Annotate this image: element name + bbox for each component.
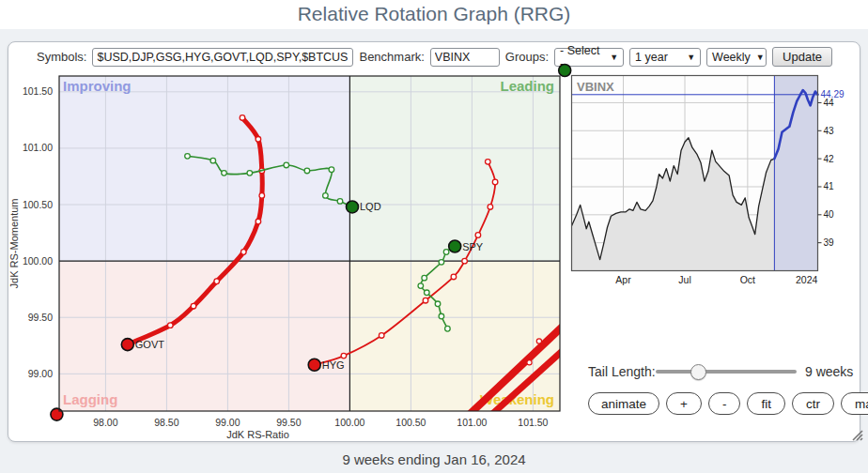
tail-length-slider-thumb[interactable] bbox=[690, 364, 706, 380]
frequency-select[interactable]: Weekly ▼ bbox=[706, 48, 767, 67]
svg-text:101.50: 101.50 bbox=[518, 417, 548, 428]
rrg-symbol-label-HYG: HYG bbox=[322, 359, 345, 371]
svg-text:2024: 2024 bbox=[796, 274, 818, 285]
quadrant-label-lagging: Lagging bbox=[63, 391, 117, 407]
rrg-app-panel: Symbols: Benchmark: Groups: - Select - ▼… bbox=[8, 41, 860, 442]
rrg-symbol-HYG[interactable] bbox=[308, 359, 320, 371]
chevron-down-icon: ▼ bbox=[756, 53, 765, 62]
svg-text:99.50: 99.50 bbox=[28, 312, 53, 323]
symbols-input[interactable] bbox=[92, 48, 353, 67]
benchmark-input[interactable] bbox=[430, 48, 500, 67]
groups-select[interactable]: - Select - ▼ bbox=[554, 48, 624, 67]
toolbar: Symbols: Benchmark: Groups: - Select - ▼… bbox=[37, 47, 832, 67]
svg-text:Jul: Jul bbox=[678, 274, 690, 285]
svg-text:99.50: 99.50 bbox=[276, 417, 301, 428]
svg-text:98.00: 98.00 bbox=[93, 417, 117, 428]
frequency-select-value: Weekly bbox=[712, 51, 751, 64]
rrg-symbol-SPY[interactable] bbox=[449, 240, 461, 252]
rrg-symbol-LQD[interactable] bbox=[347, 201, 359, 213]
quadrant-leading bbox=[349, 76, 560, 261]
rrg-symbol-label-LQD: LQD bbox=[360, 201, 381, 212]
chevron-down-icon: ▼ bbox=[610, 53, 618, 62]
quadrant-label-leading: Leading bbox=[500, 78, 554, 94]
rrg-symbol-label-SPY: SPY bbox=[462, 241, 484, 252]
quadrant-label-improving: Improving bbox=[63, 78, 132, 94]
svg-text:100.50: 100.50 bbox=[395, 417, 426, 428]
svg-text:100.00: 100.00 bbox=[334, 417, 364, 428]
button-max[interactable]: max bbox=[841, 392, 868, 415]
button-fit[interactable]: fit bbox=[747, 392, 785, 415]
x-axis-title: JdK RS-Ratio bbox=[226, 429, 289, 440]
svg-text:43: 43 bbox=[824, 126, 835, 136]
y-axis-title: JdK RS-Momentum bbox=[8, 199, 20, 289]
resize-handle-icon[interactable] bbox=[847, 427, 864, 442]
button-zoom-out[interactable]: - bbox=[708, 392, 741, 415]
minichart-title: VBINX bbox=[577, 80, 614, 94]
tail-length-value: 9 weeks bbox=[805, 364, 853, 379]
tail-length-slider[interactable] bbox=[656, 370, 797, 374]
symbols-label: Symbols: bbox=[37, 50, 86, 64]
svg-text:41: 41 bbox=[824, 181, 835, 191]
period-select[interactable]: 1 year ▼ bbox=[629, 48, 701, 67]
rrg-chart[interactable]: ImprovingLeadingLaggingWeakeningGOVTHYGL… bbox=[8, 67, 577, 444]
svg-text:44: 44 bbox=[824, 98, 835, 108]
rrg-offplot-marker-0[interactable] bbox=[51, 408, 63, 420]
button-zoom-in[interactable]: + bbox=[666, 392, 702, 415]
svg-text:101.00: 101.00 bbox=[457, 417, 487, 428]
svg-text:99.00: 99.00 bbox=[28, 368, 53, 379]
svg-text:Oct: Oct bbox=[740, 274, 755, 285]
quadrant-lagging bbox=[59, 261, 349, 411]
chart-buttons: animate+-fitctrmax bbox=[588, 392, 868, 415]
svg-text:101.50: 101.50 bbox=[23, 85, 53, 97]
svg-text:99.00: 99.00 bbox=[215, 417, 240, 428]
page-title: Relative Rotation Graph (RRG) bbox=[0, 0, 868, 28]
svg-text:40: 40 bbox=[824, 209, 835, 220]
footer-caption: 9 weeks ending Jan 16, 2024 bbox=[0, 451, 868, 467]
rrg-offplot-marker-1[interactable] bbox=[559, 64, 571, 76]
svg-text:100.50: 100.50 bbox=[23, 199, 53, 210]
tail-length-label: Tail Length: bbox=[588, 364, 656, 379]
benchmark-minichart: VBINX44.29394041424344AprJulOct2024 bbox=[571, 75, 855, 295]
chevron-down-icon: ▼ bbox=[687, 53, 695, 62]
svg-text:Apr: Apr bbox=[615, 274, 631, 285]
button-ctr[interactable]: ctr bbox=[792, 392, 834, 415]
rrg-symbol-GOVT[interactable] bbox=[121, 339, 133, 351]
period-select-value: 1 year bbox=[635, 51, 668, 64]
update-button[interactable]: Update bbox=[772, 47, 832, 67]
svg-text:98.50: 98.50 bbox=[154, 417, 178, 428]
button-animate[interactable]: animate bbox=[588, 392, 659, 415]
svg-text:101.00: 101.00 bbox=[23, 142, 53, 153]
svg-text:39: 39 bbox=[824, 237, 835, 248]
svg-text:100.00: 100.00 bbox=[23, 255, 53, 267]
benchmark-label: Benchmark: bbox=[359, 50, 424, 64]
svg-text:42: 42 bbox=[824, 154, 835, 164]
rrg-symbol-label-GOVT: GOVT bbox=[135, 339, 164, 350]
title-bar: Relative Rotation Graph (RRG) bbox=[0, 0, 868, 29]
groups-label: Groups: bbox=[505, 50, 549, 64]
